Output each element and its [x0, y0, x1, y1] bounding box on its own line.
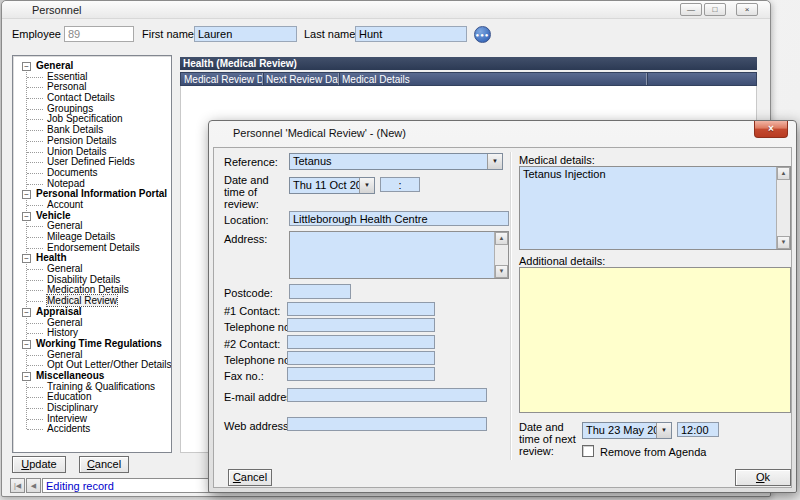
ellipsis-icon: ●●●: [476, 32, 490, 38]
window-title: Personnel: [32, 4, 82, 16]
review-date-combo[interactable]: Thu 11 Oct 2012 ▼: [289, 177, 375, 194]
last-name-field[interactable]: [355, 26, 467, 42]
collapse-icon[interactable]: −: [22, 340, 31, 349]
telephone1-field[interactable]: [287, 318, 435, 332]
medical-details-label: Medical details:: [519, 154, 595, 166]
tree-item[interactable]: Pension Details: [17, 136, 171, 147]
section-header: Health (Medical Review): [180, 57, 757, 70]
reference-label: Reference:: [224, 156, 278, 168]
dialog-cancel-button[interactable]: Cancel: [228, 469, 272, 486]
tree-item[interactable]: Disciplinary: [17, 403, 171, 414]
previous-record-button[interactable]: ◀: [26, 478, 41, 493]
minimize-icon: —: [687, 5, 695, 14]
first-record-button[interactable]: |◀: [10, 478, 25, 493]
web-label: Web address:: [224, 420, 292, 432]
column-medical-details[interactable]: Medical Details: [339, 73, 647, 85]
remove-agenda-label: Remove from Agenda: [600, 446, 706, 458]
dialog-close-button[interactable]: ×: [754, 121, 788, 138]
scroll-up-icon[interactable]: ▲: [495, 232, 508, 245]
location-field[interactable]: [289, 211, 509, 226]
next-review-time-field[interactable]: [677, 422, 719, 437]
tree-group-vehicle[interactable]: −Vehicle: [17, 211, 171, 222]
contact1-label: #1 Contact:: [224, 305, 280, 317]
column-medical-review-date[interactable]: Medical Review D...: [181, 73, 263, 85]
scroll-down-icon[interactable]: ▼: [777, 236, 790, 249]
review-datetime-label: Date and time of review:: [224, 174, 284, 210]
close-icon: ×: [745, 5, 750, 14]
first-record-icon: |◀: [14, 482, 21, 489]
medical-review-dialog: Personnel 'Medical Review' - (New) × Ref…: [208, 120, 797, 493]
column-filler: [647, 73, 756, 85]
tree-group-health[interactable]: −Health: [17, 253, 171, 264]
address-textarea[interactable]: ▲ ▼: [289, 231, 509, 279]
update-button[interactable]: Update: [12, 456, 66, 473]
email-field[interactable]: [287, 388, 487, 402]
tree-item[interactable]: Accidents: [17, 424, 171, 435]
first-name-label: First name:: [142, 28, 197, 40]
window-titlebar[interactable]: Personnel — □ ×: [2, 1, 770, 19]
collapse-icon[interactable]: −: [22, 308, 31, 317]
dialog-title: Personnel 'Medical Review' - (New): [233, 127, 406, 139]
tree-item[interactable]: Training & Qualifications: [17, 382, 171, 393]
fax-field[interactable]: [287, 367, 435, 381]
tree-group-working-time-regulations[interactable]: −Working Time Regulations: [17, 339, 171, 350]
column-next-review-date[interactable]: Next Review Date...: [263, 73, 339, 85]
collapse-icon[interactable]: −: [22, 212, 31, 221]
chevron-down-icon[interactable]: ▼: [359, 178, 374, 193]
cancel-button[interactable]: Cancel: [79, 456, 129, 473]
maximize-icon: □: [713, 5, 718, 14]
employee-id-field: [64, 26, 134, 42]
close-button[interactable]: ×: [736, 3, 758, 16]
tree-item[interactable]: General: [17, 318, 171, 329]
contact1-field[interactable]: [287, 302, 435, 316]
lookup-ellipsis-button[interactable]: ●●●: [474, 26, 491, 43]
postcode-label: Postcode:: [224, 287, 273, 299]
previous-record-icon: ◀: [31, 482, 36, 489]
chevron-down-icon[interactable]: ▼: [487, 154, 502, 169]
address-scrollbar[interactable]: ▲ ▼: [494, 232, 508, 278]
dialog-close-icon: ×: [768, 123, 774, 134]
medical-details-textarea[interactable]: Tetanus Injection ▲ ▼: [519, 166, 791, 250]
location-label: Location:: [224, 214, 269, 226]
web-field[interactable]: [287, 417, 487, 431]
telephone2-label: Telephone no.:: [224, 354, 296, 366]
telephone2-field[interactable]: [287, 351, 435, 365]
tree-item[interactable]: Documents: [17, 168, 171, 179]
scroll-up-icon[interactable]: ▲: [777, 167, 790, 180]
tree-group-appraisal[interactable]: −Appraisal: [17, 307, 171, 318]
collapse-icon[interactable]: −: [22, 372, 31, 381]
tree-group-general[interactable]: −General: [17, 61, 171, 72]
additional-details-textarea[interactable]: [519, 267, 791, 413]
scroll-down-icon[interactable]: ▼: [495, 265, 508, 278]
reference-combo[interactable]: Tetanus ▼: [289, 153, 503, 170]
chevron-down-icon[interactable]: ▼: [656, 423, 671, 438]
tree-group-personal-information-portal[interactable]: −Personal Information Portal: [17, 189, 171, 200]
review-time-field[interactable]: [380, 177, 420, 192]
tree-item[interactable]: Contact Details: [17, 93, 171, 104]
remove-agenda-checkbox[interactable]: [582, 445, 594, 457]
contact2-field[interactable]: [287, 335, 435, 349]
collapse-icon[interactable]: −: [22, 62, 31, 71]
collapse-icon[interactable]: −: [22, 190, 31, 199]
next-review-label: Date and time of next review:: [519, 421, 581, 457]
fax-label: Fax no.:: [224, 370, 264, 382]
dialog-client-area: Reference: Tetanus ▼ Date and time of re…: [213, 147, 792, 488]
column-divider: [510, 152, 512, 460]
tree-item[interactable]: Essential: [17, 72, 171, 83]
postcode-field[interactable]: [289, 284, 351, 299]
additional-details-label: Additional details:: [519, 255, 605, 267]
last-name-label: Last name:: [304, 28, 358, 40]
next-review-date-combo[interactable]: Thu 23 May 2013 ▼: [582, 422, 672, 439]
grid-header: Medical Review D... Next Review Date... …: [180, 72, 757, 86]
collapse-icon[interactable]: −: [22, 254, 31, 263]
first-name-field[interactable]: [194, 26, 297, 42]
dialog-ok-button[interactable]: Ok: [735, 469, 791, 486]
minimize-button[interactable]: —: [680, 3, 702, 16]
address-label: Address:: [224, 233, 267, 245]
telephone1-label: Telephone no.:: [224, 321, 296, 333]
maximize-button[interactable]: □: [704, 3, 726, 16]
tree-item[interactable]: Interview: [17, 414, 171, 425]
navigation-tree: −General Essential Personal Contact Deta…: [12, 55, 172, 453]
status-text: Editing record: [46, 480, 114, 492]
medical-details-scrollbar[interactable]: ▲ ▼: [776, 167, 790, 249]
